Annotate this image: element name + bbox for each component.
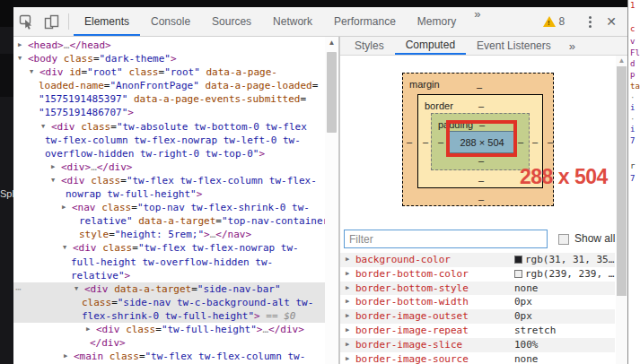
twisty-collapsed-icon[interactable]: ▶	[346, 352, 349, 364]
tree-line[interactable]: ▼<div id="root" class="root" data-a-page…	[13, 65, 325, 79]
box-model-value: –	[407, 136, 412, 147]
twisty-collapsed-icon[interactable]: ▶	[86, 323, 90, 336]
sidebar-tab-styles[interactable]: Styles	[344, 37, 395, 55]
tab-sources[interactable]: Sources	[201, 7, 262, 36]
tree-line[interactable]: flex-shrink-0 tw-full-height"> == $0	[13, 309, 325, 323]
sidebar-scrollbar[interactable]: ▲	[616, 56, 627, 364]
tree-line[interactable]: </div>	[13, 336, 325, 350]
tree-line[interactable]: nowrap tw-full-height">	[13, 187, 325, 201]
box-model-value: –	[423, 136, 428, 147]
toolbar-separator	[68, 13, 69, 30]
scroll-up-arrow-icon[interactable]: ▲	[325, 39, 338, 47]
page-behind-text-fragment: ·	[630, 115, 635, 124]
show-all-checkbox[interactable]	[558, 234, 569, 245]
sidebar-tab-event-listeners[interactable]: Event Listeners	[466, 37, 562, 55]
more-sidebar-tabs-chevron[interactable]: »	[562, 39, 583, 53]
computed-property-row[interactable]: ▶border-image-repeatstretch	[340, 324, 615, 338]
twisty-expanded-icon[interactable]: ▼	[51, 174, 55, 187]
more-panels-chevron[interactable]: »	[467, 7, 487, 36]
computed-property-row[interactable]: ▶border-image-slice100%	[340, 338, 615, 352]
tab-memory[interactable]: Memory	[407, 7, 467, 36]
page-behind-text: Spl	[0, 188, 13, 199]
tree-line[interactable]: ⋯▼<div data-a-target="side-nav-bar"	[13, 282, 325, 296]
property-name: border-image-slice	[355, 338, 514, 352]
filter-input[interactable]	[344, 230, 548, 248]
tree-line[interactable]: class="side-nav tw-c-background-alt tw-	[13, 296, 325, 309]
tree-line[interactable]: "1575191486707">	[13, 106, 325, 119]
scrollbar-thumb[interactable]	[327, 52, 337, 133]
scroll-up-arrow-icon[interactable]: ▲	[616, 56, 627, 65]
page-behind-text-fragment: p	[630, 70, 635, 79]
tree-line[interactable]: ▶<div>…</div>	[13, 160, 325, 174]
inspect-element-icon[interactable]	[13, 7, 39, 36]
twisty-collapsed-icon[interactable]: ▶	[346, 295, 349, 309]
computed-property-row[interactable]: ▶border-image-sourcenone	[340, 352, 615, 364]
sidebar-tab-computed[interactable]: Computed	[395, 37, 466, 55]
devtools-toolbar: ElementsConsoleSourcesNetworkPerformance…	[13, 7, 627, 37]
page-behind-text-fragment: r	[630, 161, 635, 170]
box-model-value: –	[518, 136, 523, 147]
tree-gutter-dots[interactable]: ⋯	[15, 282, 22, 296]
tree-line[interactable]: ▶<div class="tw-full-height">…</div>	[13, 323, 325, 336]
warning-count: 8	[559, 15, 565, 28]
twisty-expanded-icon[interactable]: ▼	[75, 282, 78, 296]
twisty-collapsed-icon[interactable]: ▶	[346, 282, 349, 296]
twisty-expanded-icon[interactable]: ▼	[63, 241, 66, 255]
computed-property-row[interactable]: ▶background-colorrgb(31, 31, 35…	[340, 253, 615, 267]
page-behind-text-fragment: d	[630, 59, 635, 68]
tree-line[interactable]: ▶<head>…</head>	[13, 39, 325, 52]
tree-line[interactable]: ▼<div class="tw-absolute tw-bottom-0 tw-…	[13, 120, 325, 134]
computed-property-row[interactable]: ▶border-bottom-stylenone	[340, 282, 615, 296]
warnings-badge[interactable]: ! 8	[538, 15, 571, 28]
scrollbar-thumb[interactable]	[617, 66, 627, 296]
twisty-expanded-icon[interactable]: ▼	[18, 52, 22, 65]
twisty-collapsed-icon[interactable]: ▶	[18, 39, 22, 52]
computed-property-row[interactable]: ▶border-image-outset0px	[340, 309, 615, 324]
warning-icon: !	[543, 16, 556, 27]
tab-performance[interactable]: Performance	[323, 7, 407, 36]
computed-pane: margin border padding 288 × 504 ––––––––…	[340, 56, 627, 364]
tree-line[interactable]: overflow-hidden tw-right-0 tw-top-0">	[13, 147, 325, 160]
property-name: border-image-source	[355, 352, 514, 364]
twisty-collapsed-icon[interactable]: ▶	[51, 160, 55, 174]
tree-line[interactable]: ▶<nav class="top-nav tw-flex-shrink-0 tw…	[13, 201, 325, 214]
page-behind-text-fragment: i	[630, 125, 635, 134]
twisty-collapsed-icon[interactable]: ▶	[346, 309, 349, 324]
show-all-label[interactable]: Show all	[574, 232, 615, 245]
computed-property-row[interactable]: ▶border-bottom-colorrgb(239, 239, …	[340, 267, 615, 282]
tree-line[interactable]: loaded-name="AnonFrontPage" data-a-page-…	[13, 79, 325, 92]
page-behind-block	[0, 0, 13, 27]
twisty-expanded-icon[interactable]: ▼	[30, 65, 33, 79]
tab-elements[interactable]: Elements	[74, 7, 140, 36]
kebab-menu-icon[interactable]	[580, 16, 601, 28]
tab-console[interactable]: Console	[140, 7, 201, 36]
tab-network[interactable]: Network	[262, 7, 323, 36]
tree-line[interactable]: relative">	[13, 269, 325, 282]
property-value: 100%	[514, 338, 539, 352]
property-name: border-bottom-style	[355, 282, 514, 296]
page-behind-text-fragment: v	[630, 37, 635, 46]
property-value: 0px	[514, 309, 532, 324]
tree-line[interactable]: style="height: 5rem;">…</nav>	[13, 228, 325, 241]
tree-line[interactable]: tw-flex-column tw-flex-nowrap tw-left-0 …	[13, 134, 325, 147]
device-toolbar-icon[interactable]	[39, 7, 64, 36]
computed-property-row[interactable]: ▶border-bottom-width0px	[340, 295, 615, 309]
tree-line[interactable]: ▼<div class="tw-flex tw-flex-column tw-f…	[13, 174, 325, 187]
twisty-collapsed-icon[interactable]: ▶	[346, 267, 349, 282]
twisty-expanded-icon[interactable]: ▼	[41, 120, 45, 134]
tree-line[interactable]: full-height tw-overflow-hidden tw-	[13, 256, 325, 269]
tree-line[interactable]: "1575191485397" data-a-page-events-submi…	[13, 92, 325, 106]
tree-line[interactable]: ▶<main class="tw-flex tw-flex-column tw-	[13, 350, 325, 363]
twisty-collapsed-icon[interactable]: ▶	[346, 253, 349, 267]
twisty-collapsed-icon[interactable]: ▶	[64, 350, 67, 363]
elements-scrollbar[interactable]: ▲	[325, 37, 338, 364]
property-value: rgb(31, 31, 35…	[514, 253, 614, 267]
tree-line[interactable]: ▼<body class="dark-theme">	[13, 52, 325, 65]
twisty-collapsed-icon[interactable]: ▶	[346, 338, 349, 352]
tree-line[interactable]: relative" data-a-target="top-nav-contain…	[13, 214, 325, 228]
box-model-value: –	[478, 175, 484, 186]
twisty-collapsed-icon[interactable]: ▶	[62, 201, 66, 214]
tree-line[interactable]: ▼<div class="tw-flex tw-flex-nowrap tw-	[13, 241, 325, 255]
close-icon[interactable]: ✕	[601, 14, 627, 29]
twisty-collapsed-icon[interactable]: ▶	[346, 324, 349, 338]
